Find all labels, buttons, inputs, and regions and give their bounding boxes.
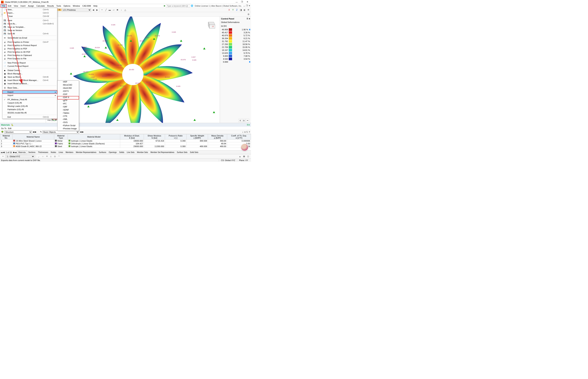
file-menu-item[interactable]: 🖨Print Graphics to File [2,57,57,60]
wand-icon[interactable]: ✎ [40,131,42,133]
lc-prev-icon[interactable]: ◀ [91,8,95,12]
file-menu-item[interactable]: ExitCtrl+Q [2,115,57,119]
snap-end-icon[interactable]: ⸝ [37,155,41,158]
filter-next-icon[interactable]: ▶ [35,131,36,133]
table-tab[interactable]: Members [64,151,75,154]
file-menu-item[interactable]: Export▸ [2,90,57,94]
table-tab[interactable]: Openings [108,151,118,154]
file-menu-item[interactable]: ▦Insert Model as Block... [2,82,57,85]
loads-icon[interactable]: ↓ [119,8,123,12]
tab-first-icon[interactable]: ⏮ [1,151,3,154]
file-menu-item[interactable]: 📄New Printout Report [2,61,57,64]
file-menu-item[interactable]: 001591-model-file.rf6 [2,111,57,114]
member-icon[interactable]: ▬ [108,8,112,12]
surface-icon[interactable]: ▱ [112,8,115,12]
file-menu-item[interactable]: CloseCtrl+W [2,15,57,18]
snap-ctr-icon[interactable]: ◎ [53,155,57,158]
file-menu-item[interactable]: 💾Save as Version [2,29,57,32]
minimize-button[interactable]: — [234,0,239,4]
axis-z-icon[interactable]: Z [235,8,239,12]
lc-select[interactable]: LC1 Prestress [62,8,91,12]
file-menu-item[interactable]: 💾Save as Template... [2,25,57,29]
tab-last-icon[interactable]: ⏭ [15,151,17,154]
cp-close-icon[interactable]: ✕ [249,18,250,20]
file-menu-item[interactable]: 🖨Print Graphics to Clipboard [2,54,57,57]
menu-calculate[interactable]: Calculate [35,4,46,7]
table-tab[interactable]: Solids [118,151,126,154]
file-menu-item[interactable]: ▦Insert Block from Block Manager...Ctrl+… [2,79,57,82]
file-menu-item[interactable]: FF_Webinar_Final.rf6 [2,98,57,101]
axis-x-icon[interactable]: X [227,8,231,12]
file-menu-item[interactable]: 🖨Print Graphics to PDF [2,47,57,50]
file-menu-item[interactable]: ▦Block Manager... [2,72,57,75]
tb-fx-icon[interactable]: fₓ [246,131,248,133]
menu-options[interactable]: Options [62,4,71,7]
lc-next-icon[interactable]: ▶ [95,8,99,12]
export-item[interactable]: ▫SVG [58,121,79,124]
filter-prev-icon[interactable]: ◀ [33,131,34,133]
table-tab[interactable]: Member Set Representatives [149,151,176,154]
menu-insert[interactable]: Insert [19,4,27,7]
file-menu-item[interactable]: Fahrbahn (US).rf6 [2,108,57,111]
file-menu-item[interactable]: Moving Loads (US).rf6 [2,105,57,108]
min2-icon[interactable]: — [243,5,245,7]
table-tab[interactable]: Line Sets [126,151,136,154]
warn-icon[interactable]: ▲ [238,155,242,158]
file-menu-item[interactable]: 🖨Print Graphics to 3D PDF [2,50,57,54]
cp-pin-icon[interactable]: ⠿ [246,18,248,20]
table-row[interactable]: 2PES-PVC Typ I | --FabricOrthotropic | L… [0,142,251,145]
menu-edit[interactable]: Edit [7,4,13,7]
restore2-icon[interactable]: ❐ [246,5,248,7]
tab-prev-icon[interactable]: ◀ [3,151,4,154]
snap-int-icon[interactable]: ✕ [45,155,49,158]
ws-icon[interactable]: ◫ [246,155,250,158]
iso-icon[interactable]: ◨ [239,8,243,12]
table-tab[interactable]: Materials [17,151,27,154]
file-menu-item[interactable]: ☰Base Data... [2,86,57,89]
file-menu-item[interactable]: 💾SaveCtrl+S [2,19,57,22]
restore-button[interactable]: ❐ [239,0,245,4]
menu-window[interactable]: Window [72,4,81,7]
info-icon[interactable]: ℹ [239,119,242,122]
coord-icon[interactable]: ⌖ [1,155,5,158]
tb-info-icon[interactable]: ? [249,131,250,133]
keyword-search-input[interactable] [166,4,190,7]
menu-results[interactable]: Results [46,4,55,7]
file-menu-item[interactable]: 📄Current Printout Report [2,64,57,68]
delete-icon[interactable]: ✖ [115,8,119,12]
export-item[interactable]: ▫IFC [58,102,79,106]
menu-help[interactable]: Help [92,4,99,7]
table-tab[interactable]: Lines [57,151,64,154]
file-menu-item[interactable]: 📂Open...Ctrl+O [2,11,57,15]
menu-view[interactable]: View [13,4,19,7]
dock-close-icon[interactable]: ✕ [248,124,250,126]
file-menu-item[interactable]: Import▸ [2,94,57,97]
export-item[interactable]: ▫DSTV [58,90,79,93]
axis-y-icon[interactable]: Y [231,8,235,12]
table-tab[interactable]: Solid Sets [189,151,199,154]
file-menu-item[interactable]: ✉Send Model via Email [2,36,57,39]
export-item[interactable]: ▫XML [58,118,79,121]
bo-prev-icon[interactable]: ◀ [80,131,82,133]
snap-perp-icon[interactable]: ⊥ [49,155,53,158]
table-tab[interactable]: Surface Sets [176,151,189,154]
export-item[interactable]: ▫DXF II [58,96,79,99]
support-icon[interactable]: △ [123,8,127,12]
clip-icon[interactable]: ✂ [246,119,249,122]
snap-mid-icon[interactable]: ○ [41,155,45,158]
file-menu-item[interactable]: 💾Save As...Ctrl+Shift+S [2,22,57,25]
export-item[interactable]: ▫Preview Image [58,127,79,130]
file-menu-item[interactable]: ▦Save as Block...Ctrl+B [2,75,57,79]
snap-tan-icon[interactable]: ◠ [57,155,61,158]
filter-tree-icon[interactable]: 🌳 [1,131,4,133]
tab-next-icon[interactable]: ▶ [13,151,15,154]
close-button[interactable]: ✕ [245,0,250,4]
close2-icon[interactable]: ✕ [249,5,250,7]
menu-tools[interactable]: Tools [55,4,62,7]
render-icon[interactable]: ◐ [243,8,246,12]
cfg-icon[interactable]: ⚙ [246,13,250,16]
materials-table[interactable]: MaterialNo.Material NameMaterialTypeMate… [0,134,251,148]
file-menu-item[interactable]: Carport (US).rf6 [2,101,57,105]
export-item[interactable]: ▫AutoCAD [58,87,79,90]
table-tab[interactable]: Member Representatives [75,151,98,154]
